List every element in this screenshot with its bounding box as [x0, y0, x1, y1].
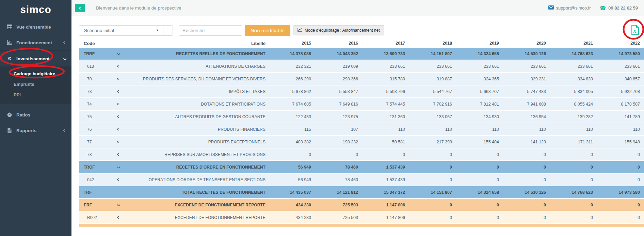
- cell-toggle: [108, 78, 129, 80]
- expand-icon[interactable]: [117, 90, 120, 93]
- cell-value: 13 809 733: [362, 51, 409, 56]
- scenario-select[interactable]: Scénario initial ▼: [79, 26, 163, 35]
- expand-icon[interactable]: [117, 178, 120, 181]
- sidebar-item-fonctionnement[interactable]: Fonctionnement: [0, 35, 71, 50]
- support-phone-text: 09 82 22 62 59: [608, 5, 638, 11]
- table-row-75: 75AUTRES PRODUITS DE GESTION COURANTE122…: [79, 111, 644, 123]
- cell-value: 155 948: [597, 140, 644, 144]
- equilibrage-mode-button[interactable]: Mode d'équilibrage : Autofinancement net: [293, 25, 384, 35]
- sidebar-item-ppi[interactable]: PPI: [0, 90, 71, 100]
- cell-value: 7 702 916: [409, 102, 456, 107]
- back-button[interactable]: [75, 4, 85, 12]
- table-row-R002: R002EXCEDENT DE FONCTIONNEMENT REPORTE43…: [79, 211, 644, 224]
- scenario-menu-button[interactable]: ≡: [163, 26, 173, 35]
- cell-value: 8 055 424: [550, 102, 597, 107]
- cell-value: 434 230: [268, 203, 315, 207]
- cell-code: 013: [79, 64, 108, 69]
- support-email-text: support@simco.fr: [556, 5, 591, 11]
- sidebar-item-label: PPI: [14, 92, 21, 97]
- expand-icon[interactable]: [117, 128, 120, 130]
- cell-value: 123 975: [315, 114, 362, 119]
- cell-value: 0: [550, 152, 597, 157]
- cell-code: R002: [79, 215, 108, 220]
- cell-value: 14 151 807: [409, 190, 456, 195]
- sidebar-item-vue-densemble[interactable]: Vue d'ensemble: [0, 19, 71, 35]
- support-phone-link[interactable]: ☎ 09 82 22 62 59: [600, 5, 638, 11]
- table-row-73: 73IMPÔTS ET TAXES5 678 8625 553 8475 503…: [79, 85, 644, 98]
- euro-icon: €: [6, 56, 13, 61]
- cell-code: 75: [79, 114, 108, 119]
- cell-label: TOTAL RECETTES DE FONCTIONNEMENT: [129, 190, 268, 195]
- sidebar-item-ratios[interactable]: Ratios: [0, 107, 71, 123]
- expand-icon[interactable]: [117, 78, 120, 80]
- cell-value: 315 780: [362, 77, 409, 81]
- expand-icon[interactable]: [117, 103, 120, 105]
- cell-value: 0: [315, 152, 362, 157]
- cell-value: 329 231: [503, 77, 550, 81]
- cell-value: 14 530 126: [503, 190, 550, 195]
- cell-toggle: [108, 103, 129, 105]
- cell-value: 0: [503, 215, 550, 220]
- cell-value: 324 365: [456, 77, 503, 81]
- app-logo: simco: [0, 0, 71, 19]
- cell-label: PRODUITS FINANCIERS: [129, 127, 268, 132]
- support-email-link[interactable]: support@simco.fr: [548, 5, 591, 11]
- cell-value: 0: [597, 203, 644, 207]
- collapse-icon[interactable]: [117, 52, 120, 55]
- cell-toggle: [108, 204, 129, 206]
- column-header-libelle: Libellé: [129, 41, 268, 46]
- next-section-row-partial: [79, 224, 644, 227]
- cell-value: 0: [409, 177, 456, 182]
- search-input[interactable]: [179, 25, 242, 36]
- cell-value: 171 311: [550, 140, 597, 144]
- chevron-left-icon: [63, 129, 67, 132]
- sidebar-item-rapports[interactable]: Rapports: [0, 123, 71, 138]
- cell-value: 110: [409, 127, 456, 132]
- sidebar-item-label: Cadrage budgétaire: [14, 71, 55, 76]
- cell-code: 70: [79, 77, 108, 81]
- cell-value: 5 544 767: [409, 89, 456, 94]
- cell-label: PRODUITS DES SERVICES, DU DOMAINE ET VEN…: [129, 77, 268, 81]
- line-chart-icon: [297, 28, 302, 33]
- cell-value: 14 378 088: [268, 51, 315, 56]
- expand-icon[interactable]: [117, 141, 120, 143]
- cell-value: 233 661: [597, 64, 644, 69]
- expand-icon[interactable]: [117, 65, 120, 67]
- cell-value: 0: [456, 165, 503, 170]
- cell-value: 0: [597, 177, 644, 182]
- cell-value: 0: [597, 215, 644, 220]
- cell-value: 0: [456, 152, 503, 157]
- sidebar-item-emprunts[interactable]: Emprunts: [0, 79, 71, 90]
- expand-icon[interactable]: [117, 216, 120, 219]
- collapse-icon[interactable]: [117, 166, 120, 168]
- cell-value: 198 232: [315, 140, 362, 144]
- cell-value: 403 382: [268, 140, 315, 144]
- sidebar-item-cadrage-budgetaire[interactable]: Cadrage budgétaire: [0, 68, 71, 79]
- cell-value: 14 973 580: [597, 190, 644, 195]
- cell-value: 5 834 005: [550, 89, 597, 94]
- cell-code: 78: [79, 152, 108, 157]
- cell-value: 0: [550, 165, 597, 170]
- gauge-icon: [6, 112, 13, 117]
- page-title: Bienvenue dans le module de prospective: [96, 5, 181, 11]
- expand-icon[interactable]: [117, 115, 120, 118]
- cell-value: 7 674 685: [268, 102, 315, 107]
- expand-icon[interactable]: [117, 153, 120, 156]
- export-excel-button[interactable]: X: [630, 25, 641, 36]
- cell-value: 139 282: [550, 114, 597, 119]
- cell-value: 5 747 433: [503, 89, 550, 94]
- cell-value: 0: [362, 152, 409, 157]
- cell-label: PRODUITS EXCEPTIONNELS: [129, 140, 268, 144]
- cell-value: 0: [503, 165, 550, 170]
- sidebar-item-label: Emprunts: [14, 82, 34, 87]
- cell-value: 217 399: [409, 140, 456, 144]
- cell-value: 7 941 608: [503, 102, 550, 107]
- cell-value: 1 537 439: [362, 165, 409, 170]
- column-header-2022: 2022: [597, 41, 644, 46]
- collapse-icon[interactable]: [117, 204, 120, 206]
- hamburger-icon: ≡: [166, 27, 170, 34]
- cell-value: 56 949: [268, 165, 315, 170]
- cell-value: 14 768 623: [550, 190, 597, 195]
- sidebar-item-investissement[interactable]: € Investissement: [0, 51, 71, 66]
- cell-label: AUTRES PRODUITS DE GESTION COURANTE: [129, 114, 268, 119]
